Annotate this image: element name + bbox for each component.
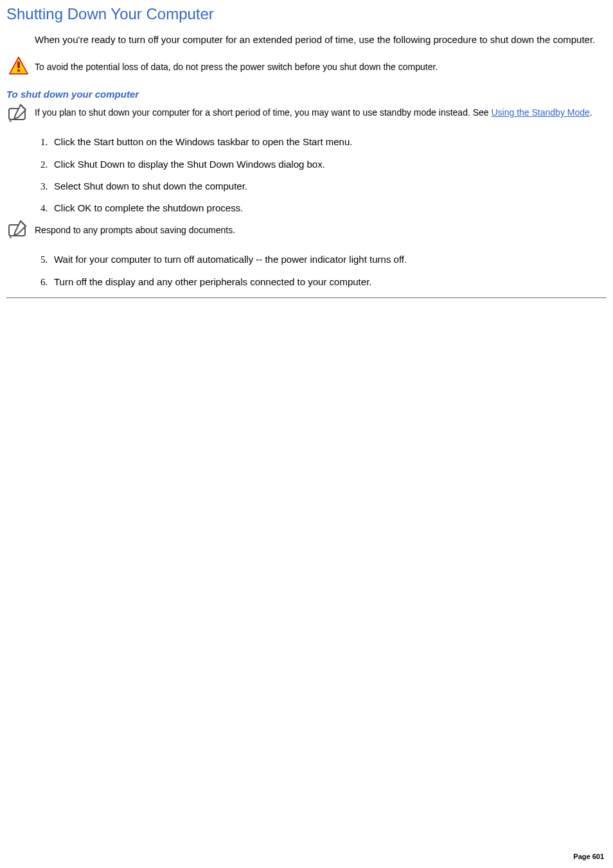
note-icon — [6, 102, 31, 125]
sub-heading: To shut down your computer — [6, 89, 607, 100]
note-text-1: If you plan to shut down your computer f… — [35, 107, 592, 118]
warning-block: To avoid the potential loss of data, do … — [9, 57, 607, 77]
step-item: Click Shut Down to display the Shut Down… — [50, 158, 607, 171]
svg-rect-1 — [17, 62, 20, 68]
note1-part1: If you plan to shut down your computer f… — [35, 107, 492, 118]
step-item: Click OK to complete the shutdown proces… — [50, 202, 607, 215]
note-text-2: Respond to any prompts about saving docu… — [35, 225, 235, 235]
intro-paragraph: When you're ready to turn off your compu… — [35, 33, 600, 46]
step-item: Turn off the display and any other perip… — [50, 276, 607, 288]
step-item: Select Shut down to shut down the comput… — [50, 180, 607, 193]
divider — [6, 297, 607, 298]
note1-part2: . — [590, 107, 592, 118]
svg-rect-2 — [17, 69, 20, 72]
standby-mode-link[interactable]: Using the Standby Mode — [492, 107, 590, 118]
steps-list-b: Wait for your computer to turn off autom… — [50, 253, 607, 288]
step-item: Wait for your computer to turn off autom… — [50, 253, 607, 266]
page-title: Shutting Down Your Computer — [6, 5, 607, 23]
step-item: Click the Start button on the Windows ta… — [50, 136, 607, 148]
warning-icon — [9, 57, 28, 77]
note-block-1: If you plan to shut down your computer f… — [6, 106, 607, 125]
note-block-2: Respond to any prompts about saving docu… — [6, 224, 607, 242]
page-number: Page 601 — [573, 853, 604, 860]
steps-list-a: Click the Start button on the Windows ta… — [50, 136, 607, 215]
note-icon — [6, 218, 31, 242]
warning-text: To avoid the potential loss of data, do … — [35, 61, 438, 73]
